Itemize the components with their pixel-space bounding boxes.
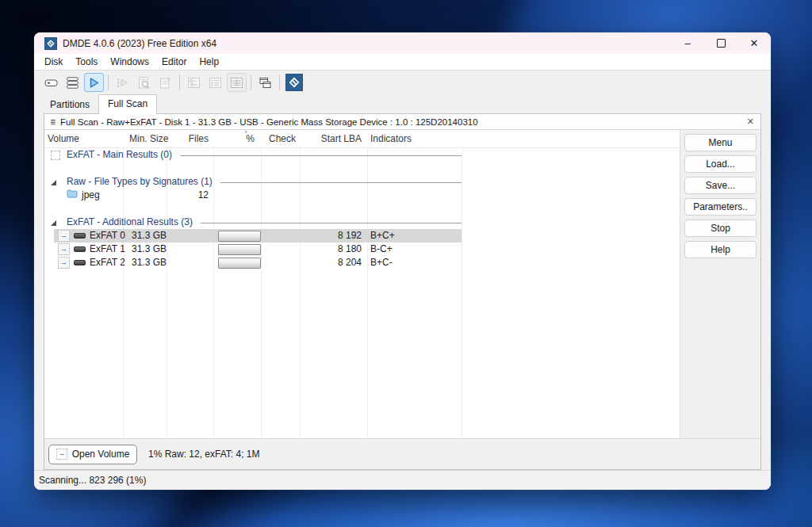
indicators-cell — [367, 189, 462, 202]
group-rule-line — [180, 155, 462, 156]
group-row[interactable]: ExFAT - Additional Results (3) — [44, 216, 680, 229]
stop-button[interactable]: Stop — [684, 220, 756, 237]
tab-partitions[interactable]: Partitions — [41, 96, 98, 114]
expander-triangle-icon[interactable] — [44, 219, 67, 226]
check-cell — [261, 189, 300, 202]
group-label[interactable]: ExFAT - Additional Results (3) — [67, 216, 193, 229]
blank-row — [44, 202, 680, 216]
full-scan-icon[interactable] — [84, 73, 104, 92]
group-rule-line — [220, 182, 462, 183]
min-size-cell — [123, 189, 167, 202]
toolbar — [34, 71, 771, 94]
dmde-logo-icon[interactable] — [284, 73, 304, 92]
minimize-button[interactable]: – — [671, 32, 704, 54]
open-volume-label: Open Volume — [72, 449, 130, 460]
percent-cell — [213, 242, 261, 256]
menu-item-editor[interactable]: Editor — [155, 55, 193, 69]
row-name-label[interactable]: jpeg — [82, 189, 100, 202]
load-button[interactable]: Load... — [684, 155, 756, 173]
start-lba-cell: 8 204 — [300, 256, 367, 269]
help-button[interactable]: Help — [684, 241, 756, 258]
toolbar-separator — [179, 74, 180, 90]
maximize-button[interactable] — [704, 32, 737, 54]
dmde-app-icon — [44, 37, 57, 50]
open-arrow-icon[interactable]: → — [58, 257, 70, 269]
open-arrow-icon[interactable]: → — [58, 230, 70, 242]
column-header-min-size[interactable]: Min. Size — [123, 133, 167, 144]
group-label[interactable]: Raw - File Types by Signatures (1) — [67, 175, 213, 189]
min-size-cell: 31.3 GB — [123, 256, 167, 269]
window-title: DMDE 4.0.6 (2023) Free Edition x64 — [63, 38, 216, 49]
action-button-panel: MenuLoad...Save...Parameters..StopHelp — [680, 130, 760, 438]
group-label[interactable]: ExFAT - Main Results (0) — [67, 148, 172, 162]
menu-item-windows[interactable]: Windows — [104, 55, 155, 69]
unchecked-dashed-box-icon[interactable] — [44, 151, 67, 160]
files-cell — [167, 256, 213, 269]
check-cell — [261, 256, 300, 269]
title-bar[interactable]: DMDE 4.0.6 (2023) Free Edition x64 –✕ — [34, 32, 771, 54]
resume-scan-icon — [113, 73, 132, 92]
group-row[interactable]: ExFAT - Main Results (0) — [44, 148, 680, 162]
indicators-cell: B-C+ — [367, 242, 462, 256]
windows-icon[interactable] — [255, 73, 275, 92]
tab-strip: PartitionsFull Scan — [34, 94, 771, 113]
new-scan-icon — [155, 73, 175, 92]
parameters-button[interactable]: Parameters.. — [684, 198, 756, 216]
column-header-files[interactable]: Files — [167, 133, 213, 144]
open-volume-button[interactable]: → Open Volume — [48, 445, 137, 464]
progress-bar — [218, 244, 261, 255]
column-header-%[interactable]: % — [213, 133, 261, 144]
scan-header-bar[interactable]: ≡ Full Scan - Raw+ExFAT - Disk 1 - 31.3 … — [44, 114, 760, 130]
volume-icon — [74, 233, 86, 239]
column-header-indicators[interactable]: Indicators — [367, 133, 462, 144]
indicators-cell: B+C- — [367, 256, 462, 269]
start-lba-cell — [300, 189, 367, 202]
tree-view-icon — [184, 73, 204, 92]
menu-item-tools[interactable]: Tools — [69, 55, 104, 69]
volume-row[interactable]: →ExFAT 031.3 GB8 192B+C+ — [44, 229, 680, 242]
tab-full-scan[interactable]: Full Scan — [98, 94, 157, 114]
expander-triangle-icon[interactable] — [44, 178, 67, 185]
scan-summary-text: 1% Raw: 12, exFAT: 4; 1M — [148, 449, 260, 460]
group-rule-line — [201, 223, 462, 223]
row-name-label[interactable]: ExFAT 0 — [90, 229, 125, 242]
toolbar-separator — [108, 74, 109, 90]
menu-button[interactable]: Menu — [684, 134, 756, 151]
percent-cell — [213, 229, 261, 242]
open-arrow-icon[interactable]: → — [58, 243, 70, 255]
files-cell — [167, 229, 213, 242]
partitions-icon[interactable] — [63, 73, 82, 92]
close-button[interactable]: ✕ — [737, 32, 771, 54]
min-size-cell: 31.3 GB — [123, 242, 167, 256]
row-name-label[interactable]: ExFAT 1 — [90, 242, 125, 256]
toolbar-separator — [279, 74, 280, 90]
menu-item-help[interactable]: Help — [193, 55, 225, 69]
open-volume-arrow-icon: → — [56, 449, 67, 460]
status-text: Scanning... 823 296 (1%) — [39, 475, 146, 486]
scan-panel-frame: ≡ Full Scan - Raw+ExFAT - Disk 1 - 31.3 … — [44, 113, 761, 470]
file-type-row[interactable]: jpeg12 — [44, 189, 680, 202]
check-cell — [261, 229, 300, 242]
save-button[interactable]: Save... — [684, 177, 756, 194]
list-view-icon — [205, 73, 225, 92]
table-header-row[interactable]: VolumeMin. SizeFiles%CheckStart LBAIndic… — [44, 130, 680, 148]
column-header-volume[interactable]: Volume — [44, 133, 123, 144]
check-cell — [261, 242, 300, 256]
row-name-label[interactable]: ExFAT 2 — [90, 256, 125, 269]
group-row[interactable]: Raw - File Types by Signatures (1) — [44, 175, 680, 189]
percent-cell — [213, 256, 261, 269]
maximize-icon — [717, 39, 726, 48]
column-header-check[interactable]: Check — [261, 133, 300, 144]
volume-row[interactable]: →ExFAT 131.3 GB8 180B-C+ — [44, 242, 680, 256]
volume-row[interactable]: →ExFAT 231.3 GB8 204B+C- — [44, 256, 680, 269]
dashed-box-glyph — [51, 151, 60, 160]
scan-close-icon[interactable]: ✕ — [747, 116, 754, 127]
bottom-bar: → Open Volume 1% Raw: 12, exFAT: 4; 1M — [44, 438, 760, 469]
column-header-start-lba[interactable]: Start LBA — [300, 133, 367, 144]
results-table[interactable]: VolumeMin. SizeFiles%CheckStart LBAIndic… — [44, 130, 680, 438]
volume-icon — [74, 260, 86, 265]
device-icon[interactable] — [41, 73, 61, 92]
sort-indicator-icon: ˅ — [244, 128, 248, 136]
scan-header-menu-icon[interactable]: ≡ — [50, 116, 56, 128]
menu-item-disk[interactable]: Disk — [38, 55, 69, 69]
